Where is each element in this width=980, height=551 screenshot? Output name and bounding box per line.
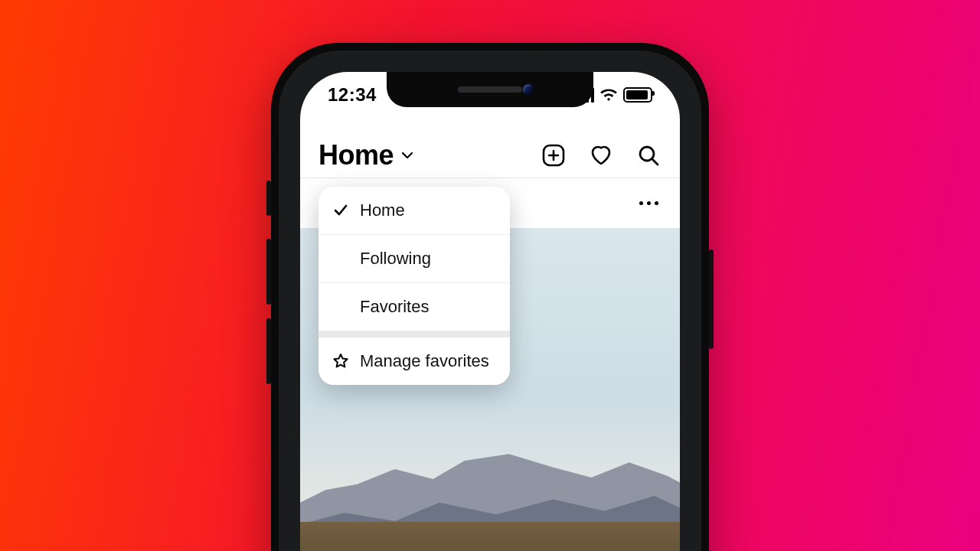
wifi-icon <box>600 89 617 101</box>
spacer-icon <box>332 250 349 267</box>
feed-switcher-button[interactable]: Home <box>318 139 413 171</box>
battery-icon <box>623 87 652 103</box>
post-more-button[interactable] <box>635 197 663 210</box>
search-button[interactable] <box>635 142 662 168</box>
front-camera <box>523 84 534 95</box>
check-icon <box>332 202 349 219</box>
spacer-icon <box>332 298 349 315</box>
search-icon <box>636 143 661 168</box>
dropdown-item-label: Home <box>360 201 405 220</box>
plus-square-icon <box>541 143 566 168</box>
notch <box>387 72 593 107</box>
star-outline-icon <box>332 353 349 370</box>
heart-icon <box>588 142 614 168</box>
feed-switcher-dropdown: Home Following Favorites Manage favorite… <box>318 187 510 385</box>
phone-frame: 12:34 Home <box>271 43 709 551</box>
app-header: Home <box>300 133 680 178</box>
dropdown-separator <box>318 331 510 337</box>
header-title: Home <box>318 139 394 171</box>
create-post-button[interactable] <box>541 142 567 168</box>
dropdown-item-label: Favorites <box>360 297 429 317</box>
status-time: 12:34 <box>328 84 377 106</box>
dropdown-item-manage-favorites[interactable]: Manage favorites <box>318 337 510 385</box>
dropdown-item-following[interactable]: Following <box>318 235 510 283</box>
activity-button[interactable] <box>588 142 614 168</box>
gradient-background: 12:34 Home <box>0 0 980 551</box>
power-button <box>709 249 714 349</box>
dropdown-item-favorites[interactable]: Favorites <box>318 283 510 331</box>
volume-up-button <box>266 239 271 305</box>
volume-down-button <box>266 318 271 384</box>
mute-switch <box>266 181 271 216</box>
dropdown-item-label: Following <box>360 249 431 269</box>
image-plain <box>300 522 680 551</box>
chevron-down-icon <box>401 149 413 161</box>
speaker-grille <box>458 86 522 93</box>
phone-bezel: 12:34 Home <box>279 51 701 551</box>
header-actions <box>541 142 662 168</box>
dropdown-item-label: Manage favorites <box>360 351 489 371</box>
dropdown-item-home[interactable]: Home <box>318 187 510 235</box>
phone-screen: 12:34 Home <box>300 72 680 551</box>
